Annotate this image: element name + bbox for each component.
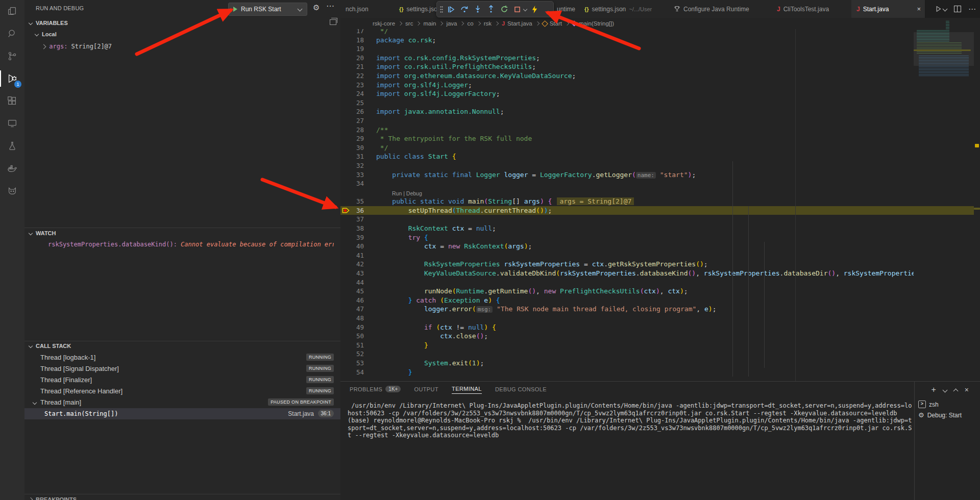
code-line[interactable]: 43 KeyValueDataSource.validateDbKind(rsk… bbox=[340, 269, 980, 278]
thread-row[interactable]: Thread [Reference Handler]RUNNING bbox=[24, 386, 340, 397]
code-line[interactable]: 53 System.exit(1); bbox=[340, 359, 980, 368]
explorer-icon[interactable] bbox=[0, 0, 24, 22]
run-and-debug-icon[interactable]: 1 bbox=[0, 67, 24, 90]
code-line[interactable]: 25 bbox=[340, 98, 980, 108]
code-line[interactable]: 30 */ bbox=[340, 143, 980, 153]
breadcrumb-item[interactable]: Start bbox=[550, 20, 562, 27]
breadcrumb-item[interactable]: main bbox=[423, 20, 436, 27]
thread-row[interactable]: Thread [Finalizer]RUNNING bbox=[24, 374, 340, 386]
code-line[interactable]: 21import co.rsk.util.PreflightChecksUtil… bbox=[340, 62, 980, 71]
code-line[interactable]: 42 RskSystemProperties rskSystemProperti… bbox=[340, 260, 980, 269]
close-icon[interactable]: × bbox=[917, 5, 921, 13]
code-line[interactable]: 38 RskContext ctx = null; bbox=[340, 224, 980, 233]
step-over-icon[interactable] bbox=[459, 4, 470, 15]
code-line[interactable]: 37 bbox=[340, 215, 980, 224]
editor-more-actions-icon[interactable]: ⋯ bbox=[968, 5, 976, 14]
code-line[interactable]: 45 runNode(Runtime.getRuntime(), new Pre… bbox=[340, 287, 980, 296]
code-line[interactable]: 35 public static void main(String[] args… bbox=[340, 197, 980, 206]
code-line[interactable]: 29 * The entrypoint for the RSK full nod… bbox=[340, 134, 980, 143]
continue-icon[interactable] bbox=[446, 4, 456, 15]
source-control-icon[interactable] bbox=[0, 45, 24, 67]
code-line[interactable]: 31public class Start { bbox=[340, 152, 980, 161]
thread-row[interactable]: Thread [main]PAUSED ON BREAKPOINT bbox=[24, 397, 340, 408]
step-into-icon[interactable] bbox=[472, 4, 483, 15]
variable-args[interactable]: args: String[2]@7 bbox=[42, 43, 112, 50]
tab-settings-json[interactable]: {}settings.json~/.../User bbox=[579, 0, 669, 18]
breadcrumb-item[interactable]: Start.java bbox=[507, 20, 532, 27]
thread-row[interactable]: Thread [Signal Dispatcher]RUNNING bbox=[24, 363, 340, 374]
breadcrumb-item[interactable]: java bbox=[446, 20, 457, 27]
drag-handle-icon[interactable] bbox=[440, 6, 443, 13]
breadcrumb-item[interactable]: rskj-core bbox=[373, 20, 395, 27]
code-line[interactable]: 23import org.slf4j.Logger; bbox=[340, 81, 980, 90]
new-terminal-icon[interactable]: + bbox=[931, 387, 936, 393]
code-line[interactable]: 46 } catch (Exception e) { bbox=[340, 296, 980, 305]
watch-expression-row[interactable]: rskSystemProperties.databaseKind(): Cann… bbox=[48, 241, 334, 248]
code-line[interactable]: Run | Debug bbox=[340, 188, 980, 197]
tab-output[interactable]: OUTPUT bbox=[414, 386, 438, 394]
call-stack-section-header[interactable]: CALL STACK bbox=[24, 342, 340, 352]
terminal-instance-debug-start[interactable]: ⚙ Debug: Start bbox=[918, 410, 977, 420]
maximize-panel-icon[interactable] bbox=[953, 388, 958, 393]
breadcrumb-item[interactable]: main(String[]) bbox=[579, 20, 614, 27]
more-actions-icon[interactable]: ⋯ bbox=[326, 1, 334, 11]
docker-icon[interactable] bbox=[0, 157, 24, 180]
code-line[interactable]: 50 ctx.close(); bbox=[340, 332, 980, 341]
breadcrumb-item[interactable]: rsk bbox=[484, 20, 492, 27]
code-line[interactable]: 24import org.slf4j.LoggerFactory; bbox=[340, 89, 980, 98]
code-line[interactable]: 39 try { bbox=[340, 233, 980, 242]
tab-nch-json[interactable]: nch.json bbox=[340, 0, 395, 18]
tab-configure-java-runtime[interactable]: Configure Java Runtime bbox=[669, 0, 772, 18]
code-line[interactable]: 40 ctx = new RskContext(args); bbox=[340, 242, 980, 251]
restart-icon[interactable] bbox=[499, 4, 509, 15]
code-line[interactable]: 32 bbox=[340, 161, 980, 170]
breadcrumb-item[interactable]: src bbox=[405, 20, 413, 27]
code-line[interactable]: 51 } bbox=[340, 341, 980, 350]
extensions-icon[interactable] bbox=[0, 90, 24, 112]
overview-ruler[interactable] bbox=[974, 18, 980, 381]
variables-section-header[interactable]: VARIABLES bbox=[24, 19, 340, 29]
pets-icon[interactable] bbox=[0, 180, 24, 202]
remote-explorer-icon[interactable] bbox=[0, 112, 24, 135]
code-line[interactable]: 36 setUpThread(Thread.currentThread()); bbox=[340, 206, 974, 215]
code-line[interactable]: 41 bbox=[340, 251, 980, 260]
split-editor-icon[interactable] bbox=[954, 6, 961, 12]
stop-menu-chevron-icon[interactable] bbox=[523, 7, 527, 11]
tab-terminal[interactable]: TERMINAL bbox=[452, 386, 482, 394]
search-icon[interactable] bbox=[0, 22, 24, 45]
watch-section-header[interactable]: WATCH bbox=[24, 230, 340, 239]
minimap[interactable] bbox=[914, 18, 974, 381]
code-line[interactable]: 27 bbox=[340, 116, 980, 126]
tab-problems[interactable]: PROBLEMS 1K+ bbox=[350, 386, 401, 394]
code-line[interactable]: 52 bbox=[340, 349, 980, 359]
code-line[interactable]: 47 logger.error(msg: "The RSK node main … bbox=[340, 305, 980, 314]
breadcrumb[interactable]: rskj-coresrcmainjavacorskJStart.javaStar… bbox=[340, 18, 946, 29]
breakpoints-section-header[interactable]: BREAKPOINTS bbox=[24, 496, 340, 500]
code-line[interactable]: 18package co.rsk; bbox=[340, 36, 980, 45]
code-line[interactable]: 44 bbox=[340, 278, 980, 287]
tab-debug-console[interactable]: DEBUG CONSOLE bbox=[495, 386, 547, 394]
run-java-icon[interactable] bbox=[935, 6, 947, 12]
terminal-output[interactable]: /usr/bin/env /Library/Internet\ Plug-Ins… bbox=[348, 402, 912, 439]
step-out-icon[interactable] bbox=[485, 4, 496, 15]
code-line[interactable]: 49 if (ctx != null) { bbox=[340, 323, 980, 332]
breadcrumb-item[interactable]: co bbox=[467, 20, 473, 27]
code-line[interactable]: 22import org.ethereum.datasource.KeyValu… bbox=[340, 71, 980, 81]
testing-icon[interactable] bbox=[0, 135, 24, 157]
thread-row[interactable]: Thread [logback-1]RUNNING bbox=[24, 352, 340, 363]
code-line[interactable]: 20import co.rsk.config.RskSystemProperti… bbox=[340, 54, 980, 63]
code-line[interactable]: 26import javax.annotation.Nonnull; bbox=[340, 107, 980, 116]
stack-frame-row[interactable]: Start.main(String[]) Start.java 36:1 bbox=[24, 408, 340, 419]
code-line[interactable]: 54 } bbox=[340, 368, 980, 377]
tab-clitoolstest-java[interactable]: JCliToolsTest.java bbox=[772, 0, 852, 18]
chevron-down-icon[interactable] bbox=[942, 387, 947, 392]
code-line[interactable]: 33 private static final Logger logger = … bbox=[340, 170, 980, 180]
launch-configuration-dropdown[interactable]: Run RSK Start bbox=[228, 3, 307, 16]
close-panel-icon[interactable]: × bbox=[965, 386, 969, 394]
gear-icon[interactable]: ⚙ bbox=[313, 3, 320, 12]
tab-start-java[interactable]: JStart.java× bbox=[851, 0, 925, 18]
stop-icon[interactable] bbox=[512, 4, 523, 15]
hot-code-replace-icon[interactable] bbox=[529, 4, 540, 15]
terminal-instance-zsh[interactable]: > zsh bbox=[918, 399, 977, 410]
code-line[interactable]: 19 bbox=[340, 44, 980, 54]
